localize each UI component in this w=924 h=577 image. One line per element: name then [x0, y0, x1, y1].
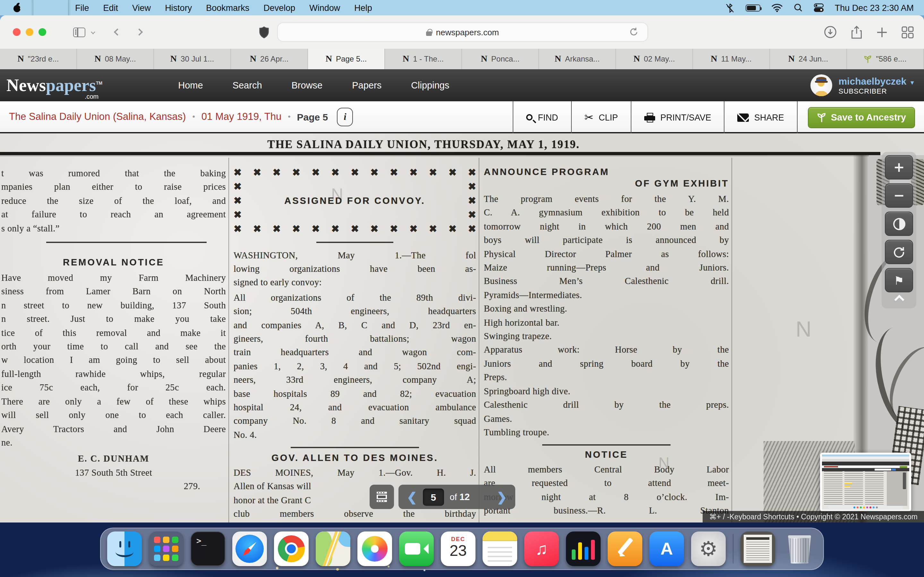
tab-overview-icon[interactable]	[901, 26, 914, 38]
reload-icon[interactable]	[630, 27, 638, 37]
privacy-shield-icon[interactable]	[259, 26, 269, 38]
tab-02-may[interactable]: N02 May...	[616, 49, 693, 69]
menu-file[interactable]: File	[68, 3, 96, 13]
rotate-button[interactable]	[885, 240, 913, 264]
nav-search[interactable]: Search	[233, 80, 262, 90]
collapse-panel-chevron[interactable]	[894, 295, 904, 305]
current-page-input[interactable]: 5	[423, 488, 444, 506]
nav-browse[interactable]: Browse	[292, 80, 323, 90]
app-store-dock-icon[interactable]: A	[649, 532, 684, 566]
sidebar-chevron-icon[interactable]	[91, 30, 95, 34]
article-column-right: ANNOUNCE PROGRAM OF GYM EXHIBIT The prog…	[484, 167, 729, 518]
find-button[interactable]: FIND	[513, 101, 571, 133]
removal-notice-heading: REMOVAL NOTICE	[1, 257, 226, 268]
pencil-app-dock-icon[interactable]	[607, 532, 642, 566]
paper-title-link[interactable]: The Salina Daily Union (Salina, Kansas)	[9, 111, 186, 122]
settings-dock-icon[interactable]: ⚙	[691, 532, 726, 566]
control-center-icon[interactable]	[814, 3, 824, 12]
share-button[interactable]: SHARE	[724, 101, 797, 133]
x-border-sides: ✖✖	[234, 179, 476, 193]
calendar-dock-icon[interactable]: DEC23	[441, 532, 475, 566]
account-menu[interactable]: michaelbyczek ▼ SUBSCRIBER	[810, 74, 915, 96]
facetime-dock-icon[interactable]	[399, 532, 434, 566]
screen-thumbnail-preview[interactable]	[820, 453, 911, 512]
chevron-down-icon: ▼	[909, 79, 915, 86]
tab-26-apr[interactable]: N26 Apr...	[231, 49, 308, 69]
newspaper-masthead: THE SALINA DAILY UNION, THURSDAY, MAY 1,…	[0, 138, 847, 151]
zoom-window-button[interactable]	[39, 28, 46, 36]
safari-window: newspapers.com N"23rd e... N08 May... N3…	[0, 15, 924, 522]
menu-window[interactable]: Window	[302, 3, 347, 13]
username: michaelbyczek	[838, 76, 906, 87]
issue-date-link[interactable]: 01 May 1919, Thu	[202, 111, 281, 122]
nav-papers[interactable]: Papers	[352, 80, 381, 90]
chrome-dock-icon[interactable]	[274, 532, 309, 566]
tab-11-may[interactable]: N11 May...	[693, 49, 770, 69]
menu-history[interactable]: History	[158, 3, 199, 13]
clip-button[interactable]: ✂CLIP	[571, 101, 631, 133]
tab-08-may[interactable]: N08 May...	[77, 49, 154, 69]
back-button[interactable]	[114, 29, 121, 36]
tab-586[interactable]: "586 e....	[847, 49, 924, 69]
newspapers-logo[interactable]: NewspapersTM .com	[6, 77, 102, 94]
activity-chart-dock-icon[interactable]	[566, 532, 601, 566]
tab-30-jul[interactable]: N30 Jul 1...	[154, 49, 231, 69]
menu-help[interactable]: Help	[347, 3, 379, 13]
maps-dock-icon[interactable]	[316, 532, 351, 566]
bluetooth-off-icon[interactable]	[725, 3, 735, 13]
menu-bookmarks[interactable]: Bookmarks	[199, 3, 256, 13]
safari-dock-icon[interactable]	[232, 532, 267, 566]
print-save-button[interactable]: PRINT/SAVE	[631, 101, 724, 133]
menu-bar-clock[interactable]: Thu Dec 23 2:30 AM	[835, 3, 914, 13]
zoom-in-button[interactable]: +	[885, 155, 913, 179]
menu-develop[interactable]: Develop	[256, 3, 302, 13]
avatar	[810, 74, 832, 96]
zoom-out-button[interactable]: −	[885, 183, 913, 208]
contrast-button[interactable]	[885, 211, 913, 236]
convoy-heading: ASSIGNED FOR CONVOY.	[284, 193, 425, 208]
nav-home[interactable]: Home	[178, 80, 203, 90]
forward-button[interactable]	[136, 29, 143, 36]
menu-view[interactable]: View	[125, 3, 158, 13]
newspaper-page-viewer[interactable]: THE SALINA DAILY UNION, THURSDAY, MAY 1,…	[0, 133, 924, 522]
breadcrumb: The Salina Daily Union (Salina, Kansas) …	[9, 107, 353, 126]
menu-edit[interactable]: Edit	[96, 3, 126, 13]
trash-dock-icon[interactable]	[782, 532, 817, 566]
terminal-dock-icon[interactable]: >_	[191, 532, 225, 566]
scan-watermark: N	[796, 317, 811, 342]
close-window-button[interactable]	[13, 28, 21, 36]
next-page-button[interactable]: ❯	[497, 491, 507, 503]
share-icon[interactable]	[851, 25, 863, 39]
subscriber-badge: SUBSCRIBER	[838, 87, 915, 95]
new-tab-icon[interactable]	[877, 27, 887, 37]
notes-dock-icon[interactable]	[483, 532, 517, 566]
lock-icon	[426, 31, 432, 35]
downloads-icon[interactable]	[824, 26, 837, 39]
info-button[interactable]: i	[337, 107, 353, 126]
tab-24-jun[interactable]: N24 Jun...	[770, 49, 847, 69]
minimize-window-button[interactable]	[26, 28, 33, 36]
wifi-icon[interactable]	[771, 3, 783, 12]
previous-page-button[interactable]: ❮	[407, 491, 417, 503]
finder-dock-icon[interactable]	[107, 532, 142, 566]
photos-dock-icon[interactable]	[357, 532, 392, 566]
sidebar-toggle-icon[interactable]	[73, 27, 86, 37]
dock-separator	[733, 534, 733, 564]
newspaper-document-dock-icon[interactable]	[740, 532, 775, 566]
tab-page-5-active[interactable]: NPage 5...	[308, 49, 385, 69]
battery-icon[interactable]	[746, 4, 760, 11]
save-to-ancestry-button[interactable]: Save to Ancestry	[808, 107, 915, 128]
filmstrip-thumbnails-button[interactable]	[370, 485, 394, 509]
tab-arkansa[interactable]: NArkansa...	[539, 49, 616, 69]
apple-menu-icon[interactable]	[13, 3, 22, 12]
tab-1-the[interactable]: N1 - The...	[385, 49, 462, 69]
spotlight-icon[interactable]	[794, 3, 803, 12]
launchpad-dock-icon[interactable]	[149, 532, 184, 566]
nav-clippings[interactable]: Clippings	[411, 80, 449, 90]
tab-23rd[interactable]: N"23rd e...	[0, 49, 77, 69]
tab-ponca[interactable]: NPonca...	[462, 49, 539, 69]
flag-button[interactable]: ⚑	[885, 268, 913, 292]
music-dock-icon[interactable]: ♫	[524, 532, 559, 566]
ancestry-separator: Save to Ancestry	[797, 101, 924, 133]
address-bar[interactable]: newspapers.com	[277, 23, 648, 42]
